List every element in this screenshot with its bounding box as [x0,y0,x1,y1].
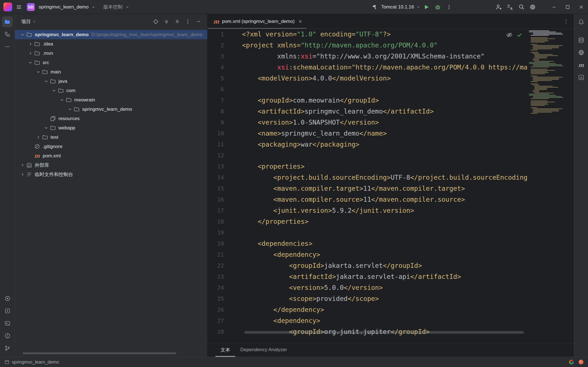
line-number[interactable]: 9 [208,117,242,128]
code-line[interactable]: <dependencies> [242,238,527,249]
vcs-widget-chevron-icon[interactable] [125,5,129,9]
main-menu-button[interactable] [14,2,24,12]
code-line[interactable]: <artifactId>springmvc_learn_demo</artifa… [242,106,527,117]
tree-item[interactable]: 外部库 [15,160,207,170]
line-number[interactable]: 13 [208,161,242,172]
editor-footer-tab[interactable]: 文本 [215,344,235,357]
line-number[interactable]: 12 [208,150,242,161]
line-number[interactable]: 22 [208,260,242,271]
code-line[interactable]: <maven.compiler.source>11</maven.compile… [242,194,527,205]
notifications-button[interactable] [576,17,586,27]
run-configuration-label[interactable]: Tomcat 10.1.16 [381,4,414,10]
problems-tool-window-button[interactable] [2,330,13,341]
google-translate-icon[interactable] [569,359,574,365]
code-line[interactable]: <name>springmvc_learn_demo</name> [242,128,527,139]
tree-item[interactable]: .idea [15,39,207,49]
code-line[interactable]: <junit.version>5.9.2</junit.version> [242,205,527,216]
line-number[interactable]: 15 [208,183,242,194]
panel-options-button[interactable] [184,17,192,26]
code-line[interactable]: <?xml version="1.0" encoding="UTF-8"?> [242,29,527,40]
tree-item[interactable]: com [15,86,207,95]
line-number[interactable]: 25 [208,293,242,304]
code-line[interactable]: <artifactId>jakarta.servlet-api</artifac… [242,271,527,282]
code-line[interactable]: <scope>provided</scope> [242,293,527,304]
line-number[interactable]: 11 [208,139,242,150]
expand-all-button[interactable] [162,17,171,26]
line-number[interactable]: 27 [208,315,242,326]
line-number[interactable]: 4 [208,62,242,73]
code-line[interactable]: <project.build.sourceEncoding>UTF-8</pro… [242,172,527,183]
run-more-button[interactable] [444,2,454,12]
no-problems-check-icon[interactable] [517,32,522,38]
code-line[interactable]: <modelVersion>4.0.0</modelVersion> [242,73,527,84]
tree-item[interactable]: springmvc_learn_demo [15,105,207,114]
code-line[interactable] [242,84,527,95]
code-line[interactable]: xsi:schemaLocation="http://maven.apache.… [242,62,527,73]
tree-item[interactable]: webapp [15,123,207,133]
run-tool-window-button[interactable] [2,293,13,304]
resource-monitor-icon[interactable] [579,360,583,364]
code-line[interactable]: xmlns:xsi="http://www.w3.org/2001/XMLSch… [242,51,527,62]
line-number[interactable]: 26 [208,304,242,315]
maximize-button[interactable] [561,0,574,14]
chevron-right-icon[interactable] [19,162,26,169]
code-line[interactable]: <version>5.0.0</version> [242,282,527,293]
vcs-widget-label[interactable]: 版本控制 [103,4,123,10]
status-bar-project-widget[interactable]: springmvc_learn_demo [5,360,59,365]
editor-horizontal-scrollbar[interactable] [244,331,524,334]
chevron-down-icon[interactable] [19,31,26,38]
chevron-down-icon[interactable] [43,78,49,85]
tree-item[interactable]: springmvc_learn_demoD:\project\spring_mv… [15,30,207,39]
collapse-all-button[interactable] [173,17,181,26]
line-number[interactable]: 16 [208,194,242,205]
project-selector-chevron-icon[interactable] [92,5,95,9]
line-number[interactable]: 5 [208,73,242,84]
chevron-right-icon[interactable] [27,41,34,47]
tab-close-icon[interactable]: × [299,19,302,24]
locate-file-button[interactable] [151,17,160,26]
code-with-me-button[interactable] [494,2,504,12]
highlighting-off-icon[interactable] [506,32,513,38]
tree-item[interactable]: resources [15,114,207,123]
tab-bar-more-button[interactable]: ⋮ [563,18,569,25]
run-configuration-chevron-icon[interactable] [416,5,420,9]
version-control-tool-window-button[interactable] [2,343,13,353]
code-line[interactable]: </dependency> [242,304,527,315]
chevron-down-icon[interactable] [27,59,34,66]
tree-item[interactable]: main [15,67,207,77]
tree-item[interactable]: src [15,58,207,67]
chevron-right-icon[interactable] [27,50,34,57]
minimap[interactable] [529,31,561,115]
chevron-down-icon[interactable] [43,125,49,131]
chevron-right-icon[interactable] [35,134,42,141]
more-tool-windows-button[interactable] [2,41,13,52]
translate-button[interactable]: 文A [505,2,515,12]
chevron-down-icon[interactable] [66,106,73,113]
line-number[interactable]: 20 [208,238,242,249]
code-line[interactable]: <project xmlns="http://maven.apache.org/… [242,40,527,51]
code-line[interactable] [242,150,527,161]
ai-assistant-button[interactable]: A [576,72,586,82]
code-line[interactable]: <packaging>war</packaging> [242,139,527,150]
tree-item[interactable]: 临时文件和控制台 [15,170,207,179]
chevron-down-icon[interactable] [58,97,65,103]
tree-item[interactable]: meowrain [15,95,207,105]
maven-tool-window-button[interactable]: m [576,60,586,70]
project-panel-title[interactable]: 项目 [21,18,36,25]
project-badge[interactable]: SD [27,3,35,11]
code-line[interactable]: <dependency> [242,315,527,326]
chevron-down-icon[interactable] [51,87,57,94]
line-number[interactable]: 23 [208,271,242,282]
line-number[interactable]: 1 [208,29,242,40]
editor-gutter[interactable]: 1234567891011121314151617181920212223242… [208,29,242,337]
structure-tool-window-button[interactable] [2,29,13,40]
line-number[interactable]: 21 [208,249,242,260]
search-everywhere-button[interactable] [516,2,526,12]
line-number[interactable]: 6 [208,84,242,95]
terminal-tool-window-button[interactable] [2,318,13,329]
line-number[interactable]: 8 [208,106,242,117]
project-panel-horizontal-scrollbar[interactable] [23,352,176,354]
code-line[interactable]: <maven.compiler.target>11</maven.compile… [242,183,527,194]
code-line[interactable]: </properties> [242,216,527,227]
line-number[interactable]: 10 [208,128,242,139]
